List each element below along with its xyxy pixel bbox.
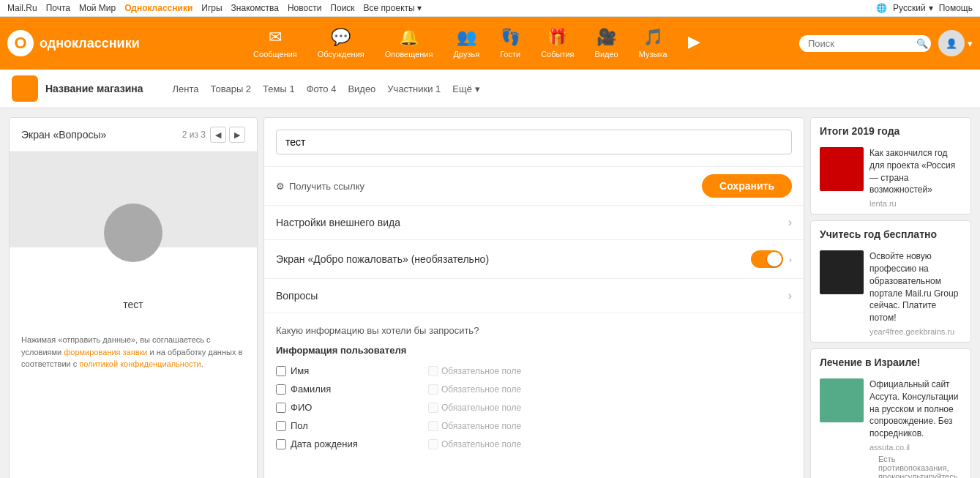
logo[interactable]: О одноклассники — [7, 30, 140, 56]
get-link-label: Получить ссылку — [289, 181, 364, 192]
notifications-icon: 🔔 — [399, 28, 419, 47]
field-row-gender: Пол Обязательное поле — [276, 417, 792, 435]
field-birthdate-label: Дата рождения — [291, 438, 358, 449]
avatar-icon: 👤 — [946, 38, 957, 49]
topnav-mailru[interactable]: Mail.Ru — [7, 3, 37, 13]
nav-games[interactable]: ▶ — [679, 28, 709, 59]
topnav-mail[interactable]: Почта — [46, 3, 70, 13]
tab-photos[interactable]: Фото 4 — [307, 83, 337, 94]
more-dropdown[interactable]: Ещё ▾ — [452, 83, 480, 94]
nav-arrows: ◀ ▶ — [210, 127, 245, 143]
appearance-section[interactable]: Настройки внешнего вида › — [264, 206, 804, 240]
nav-friends[interactable]: 👥 Друзья — [444, 23, 488, 63]
screen-header: Экран «Вопросы» 2 из 3 ◀ ▶ — [10, 118, 257, 152]
friends-icon: 👥 — [457, 28, 476, 47]
field-lastname-required-text: Обязательное поле — [441, 384, 521, 395]
privacy-link[interactable]: политикой конфиденциальности — [79, 359, 201, 368]
field-gender-required-checkbox — [428, 421, 438, 431]
globe-icon: 🌐 — [876, 3, 887, 13]
nav-guests-label: Гости — [500, 50, 520, 59]
search-box: 🔍 — [799, 35, 931, 52]
tab-video[interactable]: Видео — [348, 83, 375, 94]
top-navigation: Mail.Ru Почта Мой Мир Одноклассники Игры… — [0, 0, 980, 17]
search-input[interactable] — [808, 38, 910, 49]
more-chevron-icon: ▾ — [475, 83, 480, 94]
preview-name: тест — [10, 291, 257, 318]
main-content: ⚙ Получить ссылку Сохранить Настройки вн… — [263, 117, 804, 478]
topnav-games[interactable]: Игры — [201, 3, 222, 13]
ad-1-source: lenta.ru — [869, 199, 962, 208]
nav-events-label: События — [541, 50, 574, 59]
field-lastname-label: Фамилия — [291, 384, 331, 395]
nav-notifications-label: Оповещения — [385, 50, 433, 59]
nav-guests[interactable]: 👣 Гости — [491, 23, 529, 63]
prev-screen-button[interactable]: ◀ — [210, 127, 226, 143]
preview-avatar — [104, 203, 162, 262]
field-birthdate-required-text: Обязательное поле — [441, 439, 521, 449]
get-link-button[interactable]: ⚙ Получить ссылку — [276, 181, 364, 192]
topnav-news[interactable]: Новости — [288, 3, 321, 13]
topnav-allprojects[interactable]: Все проекты ▾ — [364, 3, 422, 13]
sidebar-ad-3[interactable]: Официальный сайт Ассута. Консультации на… — [811, 373, 970, 478]
field-lastname-required: Обязательное поле — [428, 384, 521, 395]
name-section — [264, 118, 804, 167]
ad-3-disclaimer: Есть противопоказания, проконсультируйте… — [869, 452, 966, 478]
questions-section-header[interactable]: Вопросы › — [264, 279, 804, 313]
user-avatar[interactable]: 👤 — [938, 30, 965, 56]
nav-discussions[interactable]: 💬 Обсуждения — [309, 23, 373, 63]
field-fullname-checkbox[interactable] — [276, 403, 286, 413]
search-icon[interactable]: 🔍 — [916, 38, 928, 49]
language-selector[interactable]: Русский ▾ — [893, 3, 933, 13]
sidebar-ad-1[interactable]: Как закончился год для проекта «Россия —… — [811, 141, 970, 214]
sidebar-ad-2[interactable]: Освойте новую профессию на образовательн… — [811, 244, 970, 342]
profile-info: Название магазина — [12, 75, 143, 102]
field-fullname-required-checkbox — [428, 403, 438, 413]
field-name-label: Имя — [291, 365, 309, 376]
topnav-dating[interactable]: Знакомства — [231, 3, 279, 13]
field-row-fullname: ФИО Обязательное поле — [276, 398, 792, 417]
tab-topics[interactable]: Темы 1 — [263, 83, 295, 94]
user-menu-arrow[interactable]: ▾ — [968, 38, 973, 49]
name-input[interactable] — [276, 130, 792, 154]
topnav-search[interactable]: Поиск — [330, 3, 354, 13]
nav-video[interactable]: 🎥 Видео — [586, 23, 627, 63]
nav-messages[interactable]: ✉ Сообщения — [244, 23, 306, 63]
topnav-moimir[interactable]: Мой Мир — [79, 3, 116, 13]
field-name-required-text: Обязательное поле — [441, 366, 521, 376]
welcome-toggle[interactable] — [751, 250, 783, 268]
nav-discussions-label: Обсуждения — [318, 50, 364, 59]
field-birthdate-checkbox-item: Дата рождения — [276, 438, 422, 449]
help-link[interactable]: Помощь — [939, 3, 973, 13]
nav-music[interactable]: 🎵 Музыка — [630, 23, 676, 63]
sidebar-card-medical-title: Лечение в Израиле! — [811, 349, 970, 373]
nav-events[interactable]: 🎁 События — [532, 23, 583, 63]
nav-items: ✉ Сообщения 💬 Обсуждения 🔔 Оповещения 👥 … — [154, 23, 799, 63]
field-name-checkbox[interactable] — [276, 366, 286, 376]
field-row-name: Имя Обязательное поле — [276, 362, 792, 380]
field-gender-required-text: Обязательное поле — [441, 421, 521, 431]
sidebar-card-results: Итоги 2019 года Как закончился год для п… — [810, 117, 971, 214]
gear-icon: ⚙ — [276, 181, 285, 192]
ad-3-image — [820, 378, 864, 422]
field-lastname-checkbox[interactable] — [276, 384, 286, 395]
tab-members[interactable]: Участники 1 — [387, 83, 441, 94]
video-icon: 🎥 — [596, 28, 616, 47]
field-fullname-required-text: Обязательное поле — [441, 403, 521, 413]
field-name-required: Обязательное поле — [428, 366, 521, 376]
welcome-toggle-row: Экран «Добро пожаловать» (необязательно)… — [264, 240, 804, 279]
ad-2-text: Освойте новую профессию на образовательн… — [869, 250, 962, 324]
field-gender-checkbox[interactable] — [276, 421, 286, 431]
save-button[interactable]: Сохранить — [702, 174, 792, 198]
ad-2-source: year4free.geekbrains.ru — [869, 327, 962, 336]
field-birthdate-checkbox[interactable] — [276, 439, 286, 449]
questions-label: Вопросы — [276, 290, 318, 302]
next-screen-button[interactable]: ▶ — [229, 127, 245, 143]
topnav-ok[interactable]: Одноклассники — [124, 3, 192, 13]
field-birthdate-required: Обязательное поле — [428, 439, 521, 449]
field-gender-label: Пол — [291, 420, 308, 431]
tab-goods[interactable]: Товары 2 — [211, 83, 252, 94]
nav-notifications[interactable]: 🔔 Оповещения — [376, 23, 442, 63]
ad-3-source: assuta.co.il — [869, 443, 966, 452]
terms-link[interactable]: формирования заявки — [64, 348, 147, 356]
tab-feed[interactable]: Лента — [173, 83, 199, 94]
